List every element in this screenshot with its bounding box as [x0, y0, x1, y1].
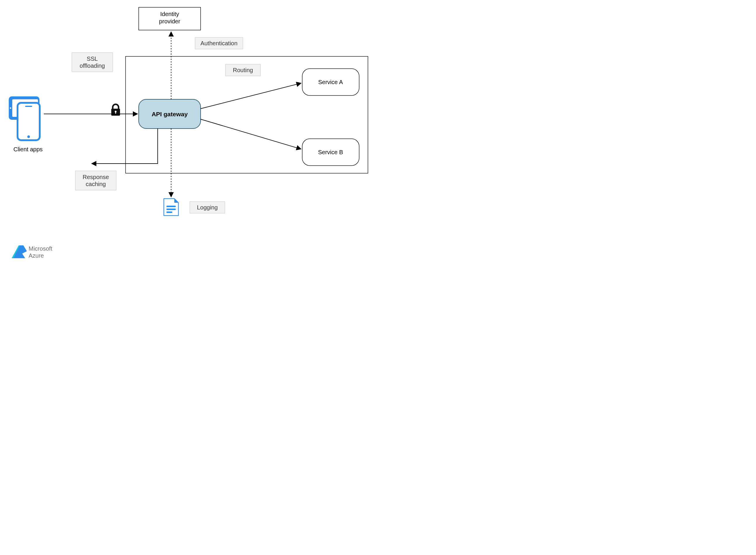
svg-point-6 — [10, 108, 11, 109]
client-apps-icon — [9, 96, 40, 140]
response-caching-label-1: Response — [83, 174, 109, 180]
svg-rect-12 — [115, 112, 116, 114]
ssl-offloading-label-1: SSL — [87, 55, 98, 62]
identity-provider-label-2: provider — [159, 18, 180, 25]
service-b-node: Service B — [302, 139, 359, 166]
svg-rect-14 — [167, 209, 176, 210]
response-caching-tag: Response caching — [75, 171, 116, 190]
edge-gateway-to-caching — [92, 129, 158, 164]
logging-label: Logging — [197, 204, 218, 211]
edge-gateway-to-service-b — [201, 119, 301, 149]
svg-rect-9 — [25, 106, 32, 107]
identity-provider-node: Identity provider — [139, 7, 201, 30]
azure-logo-icon — [12, 245, 27, 258]
routing-label: Routing — [233, 67, 253, 73]
edge-gateway-to-service-a — [201, 83, 301, 109]
authentication-tag: Authentication — [195, 37, 243, 49]
ssl-offloading-label-2: offloading — [80, 62, 105, 69]
api-gateway-node: API gateway — [139, 99, 201, 129]
client-apps-label: Client apps — [13, 146, 43, 153]
api-gateway-label: API gateway — [151, 111, 188, 118]
azure-brand-line-2: Azure — [29, 252, 44, 259]
azure-brand-line-1: Microsoft — [29, 245, 53, 252]
routing-tag: Routing — [225, 64, 261, 76]
ssl-offloading-tag: SSL offloading — [72, 53, 113, 72]
svg-rect-13 — [167, 206, 176, 207]
svg-rect-15 — [167, 211, 172, 213]
svg-rect-8 — [20, 109, 37, 133]
logging-tag: Logging — [190, 202, 225, 213]
document-icon — [164, 199, 178, 216]
service-a-label: Service A — [318, 79, 343, 85]
identity-provider-label-1: Identity — [160, 11, 179, 17]
svg-point-10 — [28, 135, 30, 138]
service-a-node: Service A — [302, 69, 359, 95]
service-b-label: Service B — [318, 149, 343, 156]
authentication-label: Authentication — [201, 40, 238, 46]
response-caching-label-2: caching — [86, 181, 106, 187]
